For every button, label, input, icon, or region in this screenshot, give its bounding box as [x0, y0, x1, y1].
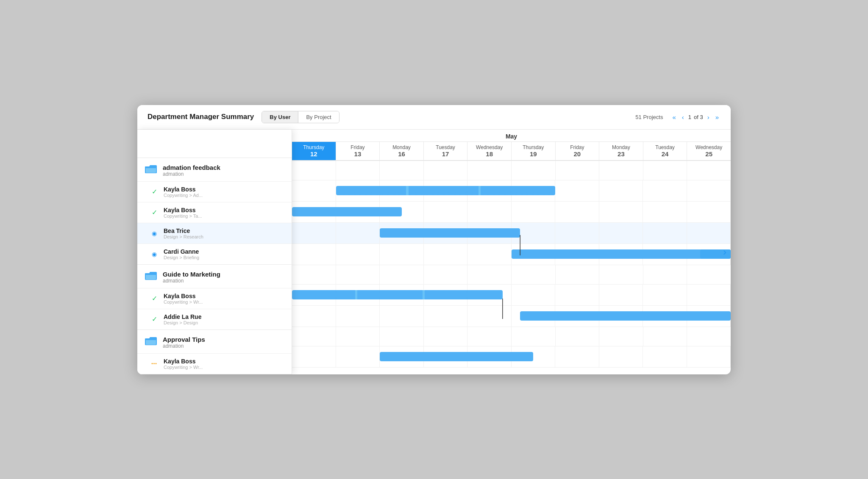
left-panel: admation feedback admation ✓ Kayla Boss … — [137, 130, 292, 374]
gantt-cell — [336, 327, 380, 346]
gantt-cell — [599, 327, 643, 346]
status-check-icon: ✓ — [149, 188, 159, 196]
gantt-cell — [556, 265, 600, 284]
user-row-cardi-ganne[interactable]: ◉ Cardi Ganne Design > Briefing — [137, 244, 292, 264]
folder-icon-proj2 — [145, 271, 157, 283]
scroll-right-button[interactable]: › — [723, 246, 726, 258]
gantt-cell — [599, 202, 643, 222]
gantt-cell — [380, 180, 424, 201]
app-header: Department Manager Summary By User By Pr… — [137, 105, 731, 130]
gantt-cell — [643, 202, 687, 222]
gantt-cell — [292, 265, 336, 284]
gantt-cell — [643, 285, 687, 305]
gantt-cell — [512, 223, 556, 244]
gantt-cell — [599, 265, 643, 284]
user-row-kayla4[interactable]: ••• Kayla Boss Copywriting > Wr... — [137, 353, 292, 374]
page-of: of 3 — [694, 114, 703, 120]
gantt-cell — [512, 180, 556, 201]
gantt-row — [292, 265, 731, 285]
tab-by-user[interactable]: By User — [262, 111, 298, 123]
tab-by-project[interactable]: By Project — [298, 111, 339, 123]
last-page-button[interactable]: » — [714, 113, 721, 122]
gantt-cell — [424, 285, 468, 305]
status-check-icon: ✓ — [149, 208, 159, 216]
user-name: Cardi Ganne — [164, 248, 199, 255]
gantt-cell — [467, 202, 512, 222]
gantt-cell — [556, 161, 600, 180]
user-row-bea-trice[interactable]: ◉ Bea Trice Design > Research — [137, 223, 292, 244]
gantt-cell — [380, 202, 424, 222]
user-row-kayla2[interactable]: ✓ Kayla Boss Copywriting > Ta... — [137, 202, 292, 223]
user-row-addie[interactable]: ✓ Addie La Rue Design > Design — [137, 309, 292, 329]
gantt-cell — [467, 327, 512, 346]
gantt-cell — [599, 346, 643, 367]
day-col-20: Friday20 — [556, 142, 600, 160]
gantt-cell — [336, 306, 380, 327]
gantt-cell — [336, 180, 380, 201]
gantt-cell — [512, 346, 556, 367]
prev-page-button[interactable]: ‹ — [680, 113, 686, 122]
app-window: Department Manager Summary By User By Pr… — [137, 105, 731, 374]
gantt-cell — [512, 265, 556, 284]
gantt-rows — [292, 161, 731, 368]
gantt-cell — [380, 265, 424, 284]
day-col-16: Monday16 — [380, 142, 424, 160]
gantt-cell — [555, 285, 599, 305]
current-page: 1 — [688, 114, 691, 120]
project-group-approval-tips: Approval Tips admation ••• Kayla Boss Co… — [137, 330, 292, 374]
proj1-owner: admation — [163, 171, 220, 177]
gantt-cell — [512, 161, 556, 180]
gantt-cell — [292, 161, 336, 180]
gantt-cell — [555, 202, 599, 222]
gantt-cell — [555, 306, 599, 327]
gantt-cell — [643, 265, 687, 284]
gantt-cell — [687, 265, 731, 284]
gantt-cell — [555, 223, 599, 244]
gantt-row — [292, 161, 731, 180]
gantt-cell — [643, 346, 687, 367]
project-header-admation-feedback: admation feedback admation — [137, 158, 292, 181]
gantt-cell — [643, 244, 687, 265]
user-name: Kayla Boss — [164, 207, 202, 213]
svg-rect-4 — [146, 274, 156, 280]
status-check-icon: ✓ — [149, 315, 159, 323]
user-name: Kayla Boss — [164, 293, 203, 299]
gantt-cell — [292, 306, 336, 327]
gantt-cell — [512, 244, 556, 265]
gantt-cell — [643, 161, 687, 180]
gantt-cell — [599, 223, 643, 244]
gantt-cell — [467, 346, 512, 367]
first-page-button[interactable]: « — [670, 113, 677, 122]
user-name: Addie La Rue — [164, 313, 201, 320]
status-circle-icon: ◉ — [149, 251, 159, 257]
month-header: May — [292, 130, 731, 142]
gantt-cell — [380, 327, 424, 346]
gantt-cell — [467, 161, 512, 180]
gantt-cell — [292, 244, 336, 265]
gantt-cell — [643, 327, 687, 346]
user-name: Bea Trice — [164, 227, 203, 234]
user-row-kayla3[interactable]: ✓ Kayla Boss Copywriting > Wr... — [137, 288, 292, 309]
status-circle-icon: ◉ — [149, 230, 159, 237]
user-row-kayla1[interactable]: ✓ Kayla Boss Copywriting > Ad... — [137, 181, 292, 202]
next-page-button[interactable]: › — [706, 113, 711, 122]
gantt-cell — [687, 223, 731, 244]
gantt-cell — [643, 223, 687, 244]
proj2-owner: admation — [163, 278, 220, 284]
gantt-row — [292, 285, 731, 306]
gantt-cell — [467, 223, 512, 244]
gantt-cell — [336, 202, 380, 222]
gantt-cell — [687, 306, 731, 327]
gantt-cell — [292, 346, 336, 367]
gantt-cell — [424, 327, 468, 346]
gantt-cell — [687, 180, 731, 201]
gantt-cell — [555, 180, 599, 201]
gantt-cell — [555, 244, 599, 265]
folder-icon-proj3 — [145, 336, 157, 348]
gantt-cell — [512, 327, 556, 346]
gantt-cell — [512, 306, 556, 327]
gantt-cell — [292, 223, 336, 244]
gantt-cell — [687, 346, 731, 367]
gantt-chart: May Thursday12Friday13Monday16Tuesday17W… — [292, 130, 731, 374]
gantt-cell — [512, 285, 556, 305]
